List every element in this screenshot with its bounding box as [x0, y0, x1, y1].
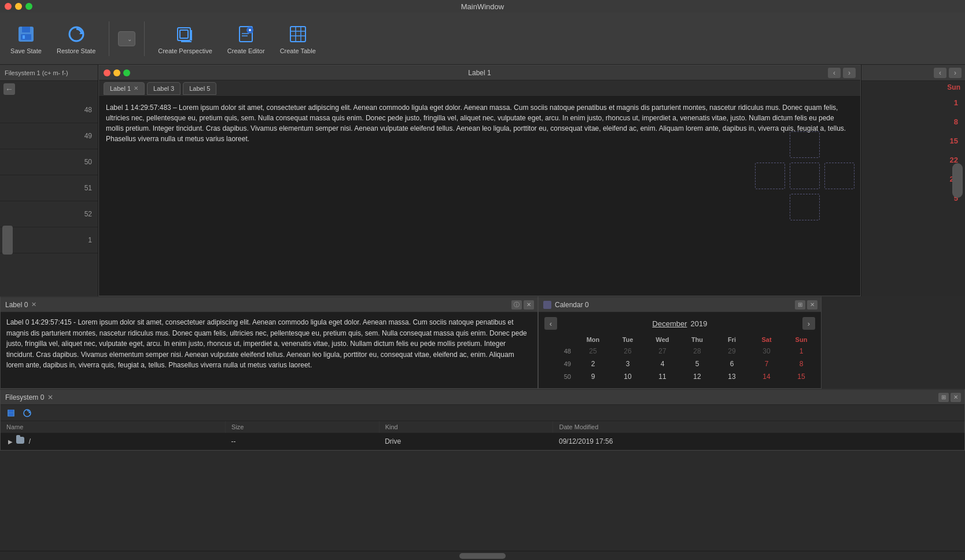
tab-label5[interactable]: Label 5: [183, 82, 216, 95]
cal-day-13[interactable]: 13: [714, 370, 749, 383]
cal-prev-month[interactable]: ‹: [544, 317, 557, 330]
cal-day-30[interactable]: 30: [749, 345, 784, 358]
fs0-nav-btns: ⊞ ✕: [938, 393, 961, 402]
dock-cell-center: [790, 163, 820, 189]
fs0-kind-cell: Drive: [379, 433, 553, 450]
cal-day-15[interactable]: 15: [784, 370, 819, 383]
sidebar-scroll-handle[interactable]: [2, 226, 13, 255]
cal-day-12[interactable]: 12: [680, 370, 714, 383]
sidebar-row-1: 1: [0, 227, 98, 253]
cal-day-25[interactable]: 25: [576, 345, 610, 358]
fs0-restore-icon[interactable]: [21, 407, 33, 419]
right-scroll-handle[interactable]: [952, 163, 963, 198]
label0-close[interactable]: ✕: [31, 301, 36, 308]
label1-nav-btns: ‹ ›: [828, 68, 856, 78]
cal-day-10[interactable]: 10: [610, 370, 645, 383]
right-panel-sun-label: Sun: [861, 81, 965, 94]
cal-day-9[interactable]: 9: [576, 370, 610, 383]
perspective-dropdown-wrap: [118, 31, 135, 46]
calendar0-panel: Calendar 0 ⊞ ✕ ‹ December 2019 ›: [538, 296, 822, 389]
create-table-button[interactable]: Create Table: [275, 20, 321, 58]
svg-rect-23: [9, 413, 13, 416]
right-date-22[interactable]: 22: [866, 151, 960, 169]
cal-close-btn[interactable]: ✕: [807, 300, 817, 310]
svg-rect-16: [290, 27, 305, 42]
label1-content: Label 1 14:29:57:483 – Lorem ipsum dolor…: [99, 97, 860, 296]
create-editor-button[interactable]: Create Editor: [223, 20, 270, 58]
cal-col-mon: Mon: [576, 334, 610, 345]
save-state-label: Save State: [10, 47, 42, 54]
sidebar-row-49: 49: [0, 123, 98, 149]
fs0-save-icon[interactable]: [5, 407, 17, 419]
label1-close-btn[interactable]: [104, 69, 111, 76]
cal-day-6[interactable]: 6: [714, 358, 749, 370]
close-button[interactable]: [5, 3, 12, 10]
toolbar: Save State Restore State Create Per: [0, 13, 965, 65]
filesystem0-close[interactable]: ✕: [47, 393, 53, 401]
maximize-button[interactable]: [25, 3, 32, 10]
label1-next-btn[interactable]: ›: [843, 68, 856, 78]
label1-window: Label 1 ‹ › Label 1 ✕ Label 3 Label 5: [98, 65, 861, 296]
right-date-29[interactable]: 29: [866, 170, 960, 188]
label0-close-btn2[interactable]: ✕: [524, 300, 534, 310]
cal-col-sat: Sat: [749, 334, 784, 345]
perspective-dropdown[interactable]: [118, 31, 135, 46]
filesystem0-title: Filesystem 0: [5, 393, 44, 401]
fs0-expand-btn[interactable]: ⊞: [938, 393, 949, 402]
label1-text: Label 1 14:29:57:483 – Lorem ipsum dolor…: [106, 104, 846, 143]
horizontal-scroll-thumb[interactable]: [459, 553, 506, 559]
filesystem1-header: Filesystem 1 (c+ m- f-): [0, 65, 98, 81]
label1-min-btn[interactable]: [113, 69, 120, 76]
label1-tab-bar: Label 1 ✕ Label 3 Label 5: [99, 80, 860, 97]
label1-prev-btn[interactable]: ‹: [828, 68, 841, 78]
cal-col-week: [541, 334, 576, 345]
bottom-row1: Label 0 ✕ ⓘ ✕ Label 0 14:29:57:415 - Lor…: [0, 296, 965, 389]
save-state-icon: [15, 23, 37, 45]
right-calendar-strip: ‹ › Sun 1 8 15 22 29 5: [861, 65, 965, 296]
tab-label1-close[interactable]: ✕: [134, 85, 138, 91]
right-date-5[interactable]: 5: [866, 189, 960, 207]
fs0-close-btn2[interactable]: ✕: [951, 393, 961, 402]
row-number-50: 50: [84, 158, 92, 166]
right-date-1[interactable]: 1: [866, 94, 960, 112]
restore-state-label: Restore State: [57, 47, 95, 54]
cal-day-28[interactable]: 28: [680, 345, 714, 358]
label1-max-btn[interactable]: [123, 69, 130, 76]
right-date-15[interactable]: 15: [866, 132, 960, 150]
sidebar-back-arrow[interactable]: ←: [3, 83, 15, 95]
save-state-button[interactable]: Save State: [6, 20, 46, 58]
create-perspective-icon: [174, 23, 196, 45]
cal-day-2[interactable]: 2: [576, 358, 610, 370]
cal-day-4[interactable]: 4: [645, 358, 680, 370]
tab-label1[interactable]: Label 1 ✕: [104, 82, 145, 95]
right-panel-next[interactable]: ›: [949, 68, 962, 78]
right-date-8[interactable]: 8: [866, 113, 960, 131]
week-num-48: 48: [541, 345, 576, 358]
create-perspective-button[interactable]: Create Perspective: [153, 20, 217, 58]
row-expand-icon[interactable]: ▶: [6, 438, 14, 446]
restore-state-button[interactable]: Restore State: [52, 20, 100, 58]
cal-day-26[interactable]: 26: [610, 345, 645, 358]
dock-cell-bottom: [790, 194, 820, 220]
cal-day-14[interactable]: 14: [749, 370, 784, 383]
right-panel-prev[interactable]: ‹: [934, 68, 946, 78]
sidebar-row-52: 52: [0, 201, 98, 227]
cal-next-month[interactable]: ›: [802, 317, 815, 330]
cal-day-3[interactable]: 3: [610, 358, 645, 370]
label0-panel: Label 0 ✕ ⓘ ✕ Label 0 14:29:57:415 - Lor…: [0, 296, 538, 389]
label0-nav-btns: ⓘ ✕: [511, 300, 534, 310]
cal-day-7[interactable]: 7: [749, 358, 784, 370]
cal-day-1[interactable]: 1: [784, 345, 819, 358]
tab-label3[interactable]: Label 3: [147, 82, 181, 95]
cal-expand-btn[interactable]: ⊞: [795, 300, 805, 310]
label0-info-btn[interactable]: ⓘ: [511, 300, 522, 310]
cal-day-11[interactable]: 11: [645, 370, 680, 383]
cal-day-5[interactable]: 5: [680, 358, 714, 370]
cal-day-8[interactable]: 8: [784, 358, 819, 370]
tab-label5-text: Label 5: [189, 85, 210, 92]
sidebar-row-51: 51: [0, 175, 98, 201]
col-size: Size: [226, 421, 380, 433]
cal-day-27[interactable]: 27: [645, 345, 680, 358]
minimize-button[interactable]: [15, 3, 22, 10]
cal-day-29[interactable]: 29: [714, 345, 749, 358]
